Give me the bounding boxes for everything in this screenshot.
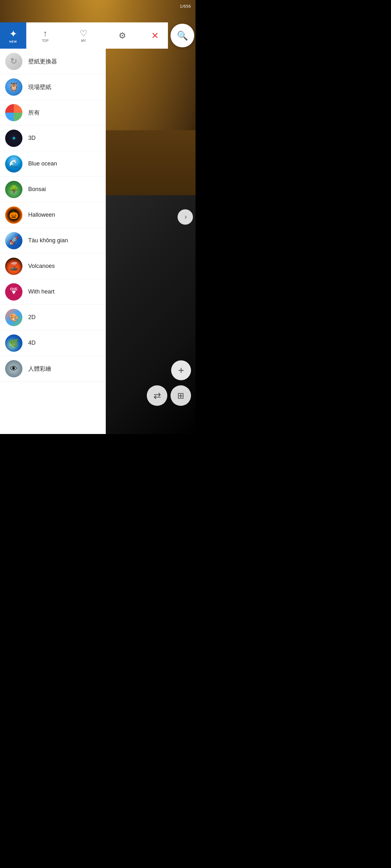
all-label: 所有	[28, 109, 40, 117]
sidebar-item-body-paint[interactable]: 👁人體彩繪	[0, 356, 106, 381]
all-icon	[5, 104, 22, 121]
volcanoes-label: Volcanoes	[28, 263, 55, 270]
blue-ocean-icon: 🌊	[5, 155, 22, 173]
top-navigation: ✦ NEW ↑ TOP ♡ MY ⚙ ✕ 🔍	[0, 22, 196, 49]
back-icon: ‹	[96, 420, 99, 428]
top-button[interactable]: ↑ TOP	[37, 22, 54, 49]
search-icon: 🔍	[177, 30, 188, 41]
3d-icon: ✦	[5, 130, 22, 147]
counter-badge: 1/656	[180, 4, 191, 9]
svg-rect-0	[5, 104, 14, 113]
wallpaper-changer-icon: ↻	[5, 53, 22, 70]
new-label: NEW	[9, 40, 17, 43]
gallery-icon: ⊞	[177, 391, 184, 401]
sidebar-item-tau-khong-gian[interactable]: 🚀Tàu không gian	[0, 228, 106, 253]
next-button[interactable]: ›	[177, 209, 193, 225]
4d-icon: 🌿	[5, 335, 22, 352]
body-paint-icon: 👁	[5, 360, 22, 377]
top-label: TOP	[42, 39, 48, 42]
my-favorites-button[interactable]: ♡ MY	[75, 22, 92, 49]
2d-icon: 🎨	[5, 309, 22, 326]
plus-icon: +	[178, 365, 184, 376]
chevron-right-icon: ›	[185, 213, 187, 221]
search-button[interactable]: 🔍	[170, 24, 194, 48]
halloween-icon: 🎃	[5, 207, 22, 224]
3d-label: 3D	[28, 135, 35, 142]
sidebar-item-halloween[interactable]: 🎃Halloween	[0, 202, 106, 228]
sidebar-item-with-heart[interactable]: ♥ OVE With heart	[0, 279, 106, 305]
settings-button[interactable]: ⚙	[113, 22, 131, 49]
star-icon: ✦	[9, 28, 17, 39]
body-paint-label: 人體彩繪	[28, 365, 51, 373]
volcanoes-icon: 🌋	[5, 258, 22, 275]
sidebar-item-blue-ocean[interactable]: 🌊Blue ocean	[0, 151, 106, 177]
sidebar-item-wallpaper-changer[interactable]: ↻壁紙更換器	[0, 49, 106, 74]
sidebar-item-3d[interactable]: ✦3D	[0, 125, 106, 151]
svg-rect-1	[14, 104, 22, 113]
gear-icon: ⚙	[119, 31, 126, 41]
sidebar-item-volcanoes[interactable]: 🌋Volcanoes	[0, 253, 106, 279]
bonsai-label: Bonsai	[28, 186, 46, 193]
live-wallpaper-icon: 🦉	[5, 79, 22, 96]
svg-text:OVE: OVE	[10, 287, 17, 291]
sidebar-item-all[interactable]: 所有	[0, 100, 106, 125]
sidebar-item-4d[interactable]: 🌿4D	[0, 330, 106, 356]
new-button[interactable]: ✦ NEW	[0, 22, 26, 49]
bonsai-icon: 🌳	[5, 181, 22, 198]
back-button[interactable]: ‹	[96, 420, 99, 428]
halloween-label: Halloween	[28, 212, 55, 218]
2d-label: 2D	[28, 314, 35, 321]
sidebar-item-bonsai[interactable]: 🌳Bonsai	[0, 177, 106, 202]
wallpaper-changer-label: 壁紙更換器	[28, 58, 57, 65]
with-heart-label: With heart	[28, 288, 55, 295]
gallery-button[interactable]: ⊞	[170, 385, 191, 406]
svg-rect-3	[14, 113, 22, 121]
blue-ocean-label: Blue ocean	[28, 160, 57, 167]
shuffle-button[interactable]: ⇄	[147, 385, 167, 406]
close-icon: ✕	[151, 30, 159, 41]
add-button[interactable]: +	[171, 361, 191, 380]
heart-nav-icon: ♡	[80, 29, 87, 38]
tau-khong-gian-label: Tàu không gian	[28, 237, 68, 244]
nav-center-bar: ↑ TOP ♡ MY ⚙	[26, 22, 142, 49]
close-button[interactable]: ✕	[142, 22, 168, 49]
upload-icon: ↑	[43, 29, 48, 38]
tau-khong-gian-icon: 🚀	[5, 232, 22, 249]
sidebar-item-live-wallpaper[interactable]: 🦉現場壁紙	[0, 74, 106, 100]
with-heart-icon: ♥ OVE	[5, 283, 22, 301]
my-label: MY	[81, 39, 86, 42]
svg-rect-2	[5, 113, 14, 121]
live-wallpaper-label: 現場壁紙	[28, 83, 51, 91]
shuffle-icon: ⇄	[153, 391, 161, 401]
sidebar-menu: ↻壁紙更換器🦉現場壁紙 所有✦3D🌊Blue ocean🌳Bonsai🎃Hall…	[0, 49, 106, 434]
4d-label: 4D	[28, 340, 35, 346]
sidebar-item-2d[interactable]: 🎨2D	[0, 305, 106, 330]
